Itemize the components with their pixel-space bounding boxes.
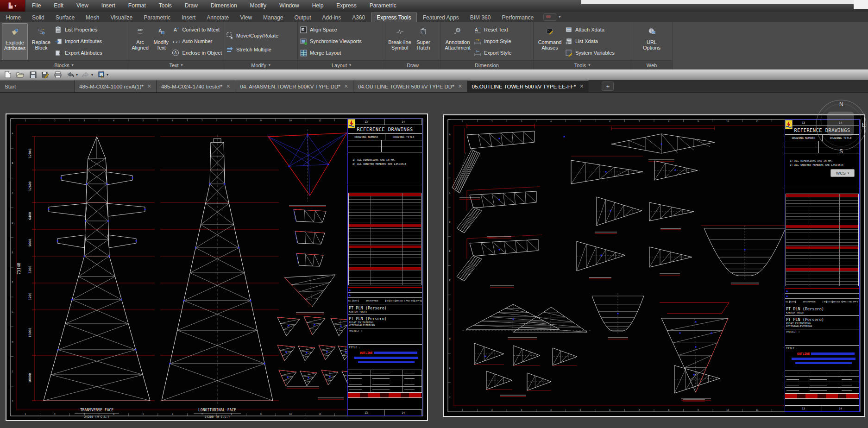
menu-insert[interactable]: Insert	[95, 0, 122, 12]
open-file-icon[interactable]	[16, 71, 25, 78]
ribbon-tab-output[interactable]: Output	[289, 13, 316, 22]
move-copy-rotate-button[interactable]: Move/Copy/Rotate	[226, 31, 278, 41]
url-options-button[interactable]: URL Options	[638, 23, 665, 60]
export-style-button[interactable]: Export Style	[474, 48, 511, 58]
close-icon[interactable]: ✕	[579, 83, 584, 89]
menu-window[interactable]: Window	[273, 0, 306, 12]
enclose-in-object-button[interactable]: A Enclose in Object	[172, 48, 222, 58]
file-tab[interactable]: 04. ARASMEN.TOWER 500KV TYPE DD*✕	[235, 80, 353, 92]
drawing-area[interactable]: 11223344556677889910101111121213131414AB…	[0, 92, 868, 428]
redo-dropdown-icon[interactable]: ▾	[91, 73, 93, 77]
annotation-attachment-button[interactable]: A Annotation Attachment	[442, 23, 473, 60]
panel-label-text[interactable]: Text▾	[128, 60, 224, 69]
list-properties-button[interactable]: List Properties	[55, 25, 102, 35]
menu-tools[interactable]: Tools	[152, 0, 178, 12]
plot-icon[interactable]	[53, 71, 63, 78]
save-icon[interactable]	[28, 71, 38, 78]
ribbon-tab-annotate[interactable]: Annotate	[201, 13, 234, 22]
auto-number-button[interactable]: 1·2·3 Auto Number	[172, 36, 222, 46]
ribbon-tab-visualize[interactable]: Visualize	[105, 13, 138, 22]
panel-label-dimension[interactable]: Dimension	[440, 60, 533, 69]
svg-text:4: 4	[550, 120, 552, 123]
file-tab-active[interactable]: 05.OUTLINE TOWER 500 kV TYPE EE-FF*✕	[467, 80, 589, 92]
ribbon-tab-home[interactable]: Home	[1, 13, 26, 22]
ribbon-tab-a360[interactable]: A360	[347, 13, 370, 22]
menu-parametric[interactable]: Parametric	[363, 0, 403, 12]
menu-file[interactable]: File	[25, 0, 47, 12]
menu-express[interactable]: Express	[330, 0, 363, 12]
modify-text-button[interactable]: A Modify Text	[151, 23, 171, 60]
undo-icon[interactable]	[66, 71, 75, 78]
import-attributes-button[interactable]: Import Attributes	[55, 36, 102, 46]
ribbon-tab-view[interactable]: View	[235, 13, 257, 22]
svg-text:9600: 9600	[28, 239, 32, 247]
menu-draw[interactable]: Draw	[178, 0, 204, 12]
new-file-icon[interactable]	[3, 71, 13, 78]
svg-text:B: B	[449, 162, 450, 165]
menu-edit[interactable]: Edit	[47, 0, 70, 12]
panel-label-layout[interactable]: Layout▾	[298, 60, 385, 69]
close-icon[interactable]: ✕	[344, 83, 348, 89]
panel-label-modify[interactable]: Modify▾	[224, 60, 297, 69]
file-tab[interactable]: 485-M-C024-1000 revA(1)*✕	[75, 80, 157, 92]
convert-to-mtext-button[interactable]: A Convert to Mtext	[172, 25, 222, 35]
file-tab-start[interactable]: Start	[0, 80, 75, 92]
ribbon-tab-add-ins[interactable]: Add-ins	[317, 13, 346, 22]
reset-text-button[interactable]: A Reset Text	[474, 25, 511, 35]
new-tab-button[interactable]: +	[602, 82, 614, 91]
ribbon-tab-insert[interactable]: Insert	[176, 13, 201, 22]
replace-block-button[interactable]: Replace Block	[29, 23, 54, 60]
export-attributes-button[interactable]: Export Attributes	[55, 48, 102, 58]
ribbon-tab-bim-360[interactable]: BIM 360	[465, 13, 496, 22]
reference-row	[785, 141, 859, 147]
ribbon-tab-featured-apps[interactable]: Featured Apps	[418, 13, 464, 22]
file-tab[interactable]: 04.OUTLINE TOWER 500 kV TYPE DD*✕	[353, 80, 467, 92]
explode-attributes-button[interactable]: Explode Attributes	[2, 23, 28, 60]
align-space-button[interactable]: a Align Space	[300, 25, 362, 35]
menu-view[interactable]: View	[70, 0, 95, 12]
command-aliases-button[interactable]: >_ Command Aliases	[535, 23, 564, 60]
panel-label-web[interactable]: Web	[631, 60, 672, 69]
list-xdata-button[interactable]: List Xdata	[565, 36, 615, 46]
panel-label-tools[interactable]: Tools▾	[534, 60, 631, 69]
super-hatch-button[interactable]: Super Hatch	[413, 23, 434, 60]
file-tab[interactable]: 485-M-C024-1740 trestel*✕	[157, 80, 236, 92]
ribbon-tab-solid[interactable]: Solid	[27, 13, 50, 22]
undo-dropdown-icon[interactable]: ▾	[76, 73, 78, 77]
numbering-icon: 1·2·3	[172, 38, 180, 45]
save-as-icon[interactable]	[41, 71, 50, 78]
ribbon-tab-parametric[interactable]: Parametric	[138, 13, 176, 22]
panel-web: URL Options Web	[631, 22, 673, 69]
workspace-icon[interactable]	[96, 71, 106, 78]
svg-text:5: 5	[143, 119, 144, 122]
menu-format[interactable]: Format	[122, 0, 152, 12]
app-logo[interactable]: ▙▾	[0, 0, 25, 12]
ribbon-tab-express-tools[interactable]: Express Tools	[371, 13, 416, 22]
menu-dimension[interactable]: Dimension	[204, 0, 244, 12]
menu-help[interactable]: Help	[306, 0, 330, 12]
ribbon-tab-manage[interactable]: Manage	[258, 13, 288, 22]
synchronize-viewports-button[interactable]: Synchronize Viewports	[300, 36, 362, 46]
wcs-selector[interactable]: WCS▾	[830, 169, 855, 177]
ribbon-tab-mesh[interactable]: Mesh	[81, 13, 104, 22]
close-icon[interactable]: ✕	[458, 83, 462, 89]
close-icon[interactable]: ✕	[226, 83, 230, 89]
menu-modify[interactable]: Modify	[244, 0, 273, 12]
qat-customize-icon[interactable]: ▾	[107, 73, 108, 77]
stretch-multiple-button[interactable]: Stretch Multiple	[226, 44, 278, 55]
attach-xdata-button[interactable]: Attach Xdata	[565, 25, 615, 35]
panel-label-blocks[interactable]: Blocks▾	[0, 60, 128, 69]
title-text-bar	[358, 361, 415, 363]
redo-icon[interactable]	[81, 71, 90, 78]
ribbon-tab-performance[interactable]: Performance	[497, 13, 539, 22]
import-style-button[interactable]: Import Style	[474, 36, 511, 46]
system-variables-button[interactable]: System Variables	[565, 48, 615, 58]
break-line-symbol-button[interactable]: Break-line Symbol	[387, 23, 412, 60]
ribbon-tab-surface[interactable]: Surface	[50, 13, 80, 22]
record-tool-icon[interactable]: ▾	[543, 13, 556, 21]
arc-aligned-button[interactable]: ABC Arc Aligned	[130, 23, 150, 60]
merge-layout-button[interactable]: Merge Layout	[300, 48, 362, 58]
close-icon[interactable]: ✕	[147, 83, 151, 89]
panel-label-draw[interactable]: Draw	[385, 60, 440, 69]
panel-blocks: Explode Attributes Replace Block List Pr…	[0, 22, 128, 69]
